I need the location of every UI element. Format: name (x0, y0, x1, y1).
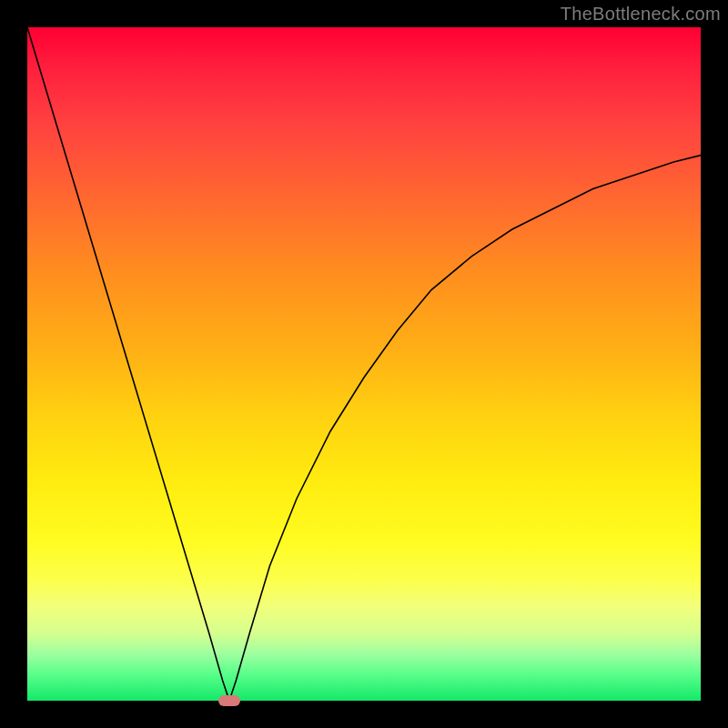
optimal-marker (218, 695, 240, 706)
curve-path (27, 27, 701, 701)
bottleneck-curve (27, 27, 701, 701)
chart-frame: TheBottleneck.com (0, 0, 728, 728)
watermark-text: TheBottleneck.com (561, 4, 721, 25)
plot-area (27, 27, 701, 701)
